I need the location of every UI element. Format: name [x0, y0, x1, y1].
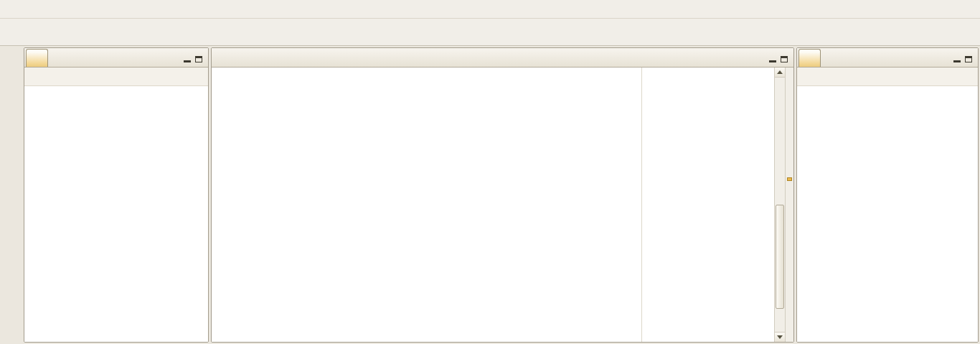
members-toolbar: [797, 68, 978, 86]
package-explorer-tree[interactable]: [24, 86, 208, 342]
code-editor[interactable]: [212, 68, 793, 342]
minimize-editor-icon[interactable]: [769, 56, 776, 62]
tab-package-explorer[interactable]: [26, 49, 48, 67]
editor-tabbar: [212, 48, 793, 68]
maximize-view-icon[interactable]: [965, 56, 972, 62]
overview-ruler: [785, 68, 793, 342]
members-panel: [796, 47, 979, 343]
maximize-view-icon[interactable]: [195, 56, 202, 62]
workbench: [0, 46, 980, 344]
package-explorer-toolbar: [24, 68, 208, 86]
main-toolbar: [0, 19, 980, 46]
minimize-view-icon[interactable]: [953, 56, 961, 62]
minimize-view-icon[interactable]: [184, 56, 191, 62]
overview-annotation-marker[interactable]: [787, 177, 792, 181]
editor-vertical-scrollbar[interactable]: [774, 68, 785, 342]
members-list[interactable]: [797, 86, 978, 342]
tab-members[interactable]: [798, 49, 821, 67]
print-margin-line: [641, 68, 642, 342]
menu-bar: [0, 0, 980, 19]
left-trim-bar: [1, 47, 22, 343]
scrollbar-thumb[interactable]: [776, 205, 784, 309]
maximize-editor-icon[interactable]: [781, 56, 788, 62]
scroll-up-icon[interactable]: [775, 68, 785, 78]
scroll-down-icon[interactable]: [775, 332, 785, 342]
editor-area: [211, 47, 794, 343]
package-explorer-panel: [24, 47, 209, 343]
members-tabbar: [797, 48, 978, 68]
package-explorer-tabbar: [24, 48, 208, 68]
